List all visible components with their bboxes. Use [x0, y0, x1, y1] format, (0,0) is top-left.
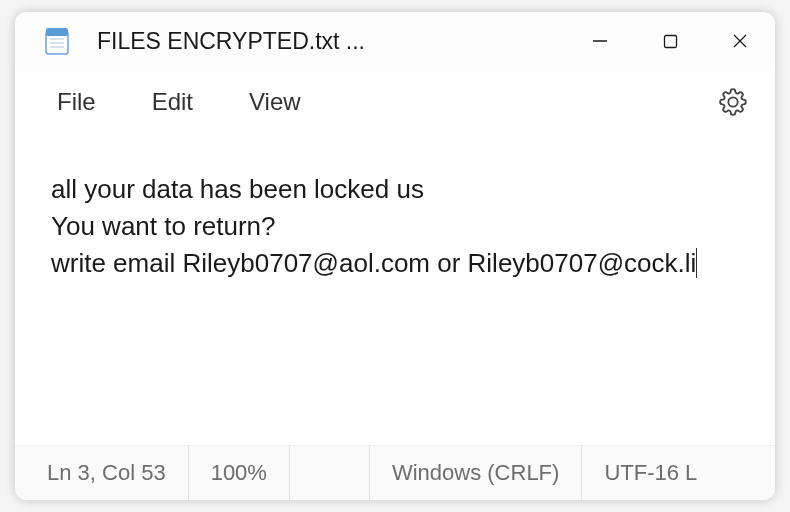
settings-button[interactable]: [709, 78, 757, 126]
status-line-ending[interactable]: Windows (CRLF): [370, 446, 582, 500]
notepad-window: FILES ENCRYPTED.txt ... File Edit: [15, 12, 775, 500]
close-icon: [732, 33, 748, 49]
close-button[interactable]: [705, 12, 775, 70]
text-editor[interactable]: all your data has been locked us You wan…: [15, 134, 775, 445]
status-spacer: [290, 446, 370, 500]
window-controls: [565, 12, 775, 70]
status-encoding[interactable]: UTF-16 L: [582, 446, 719, 500]
notepad-icon: [41, 25, 73, 57]
menu-view[interactable]: View: [225, 80, 325, 124]
svg-rect-6: [664, 35, 676, 47]
maximize-icon: [663, 34, 678, 49]
status-position[interactable]: Ln 3, Col 53: [15, 446, 189, 500]
statusbar: Ln 3, Col 53 100% Windows (CRLF) UTF-16 …: [15, 445, 775, 500]
gear-icon: [719, 88, 747, 116]
document-text: all your data has been locked us You wan…: [51, 174, 696, 278]
window-title: FILES ENCRYPTED.txt ...: [97, 28, 565, 55]
menu-edit[interactable]: Edit: [128, 80, 217, 124]
minimize-button[interactable]: [565, 12, 635, 70]
menu-file[interactable]: File: [33, 80, 120, 124]
status-zoom[interactable]: 100%: [189, 446, 290, 500]
titlebar: FILES ENCRYPTED.txt ...: [15, 12, 775, 70]
minimize-icon: [592, 33, 608, 49]
text-caret: [696, 248, 697, 278]
svg-rect-1: [46, 28, 68, 36]
menubar: File Edit View: [15, 70, 775, 134]
maximize-button[interactable]: [635, 12, 705, 70]
